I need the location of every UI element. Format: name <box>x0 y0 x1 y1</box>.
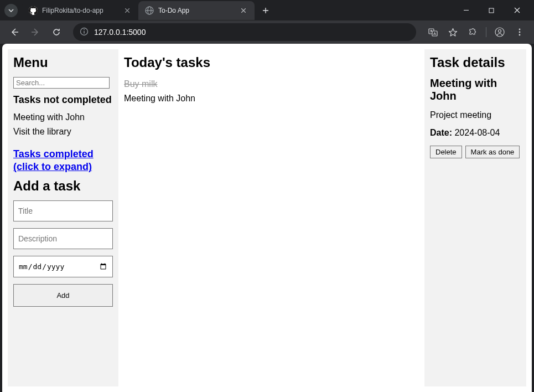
minimize-button[interactable] <box>453 2 479 19</box>
list-item[interactable]: Meeting with John <box>13 112 113 122</box>
puzzle-icon <box>468 28 477 37</box>
chevron-down-icon <box>8 7 14 14</box>
github-icon <box>29 6 38 15</box>
sidebar-right: Task details Meeting with John Project m… <box>424 49 526 386</box>
url-text: 127.0.0.1:5000 <box>94 28 146 37</box>
detail-title: Meeting with John <box>430 77 521 102</box>
svg-point-11 <box>499 30 501 33</box>
add-button[interactable]: Add <box>13 284 113 307</box>
forward-button[interactable] <box>27 23 44 41</box>
today-tasks-list: Buy milk Meeting with John <box>124 79 419 104</box>
details-heading: Task details <box>430 55 521 70</box>
back-button[interactable] <box>6 23 23 41</box>
detail-description: Project meeting <box>430 110 521 120</box>
arrow-right-icon <box>31 28 40 37</box>
maximize-button[interactable] <box>479 2 504 19</box>
svg-point-7 <box>84 29 85 30</box>
window-controls <box>453 2 530 19</box>
svg-point-14 <box>519 34 521 36</box>
plus-icon <box>262 7 269 14</box>
not-completed-heading: Tasks not completed <box>13 94 113 106</box>
minimize-icon <box>463 7 469 13</box>
reload-icon <box>52 28 61 37</box>
close-icon <box>125 8 129 13</box>
translate-icon <box>428 28 438 37</box>
close-icon <box>241 8 246 13</box>
reload-button[interactable] <box>48 23 65 41</box>
add-task-heading: Add a task <box>13 178 113 194</box>
description-field[interactable] <box>13 228 113 249</box>
today-heading: Today's tasks <box>124 55 419 70</box>
profile-button[interactable] <box>491 23 509 41</box>
browser-chrome: FilipRokita/to-do-app To-Do App <box>0 0 534 44</box>
profile-icon <box>495 27 505 37</box>
date-label: Date: <box>430 128 452 137</box>
mark-done-button[interactable]: Mark as done <box>465 146 520 158</box>
maximize-icon <box>489 8 494 13</box>
detail-date: Date: 2024-08-04 <box>430 128 521 138</box>
not-completed-list: Meeting with John Visit the library <box>13 112 113 137</box>
search-input[interactable] <box>13 77 110 89</box>
close-window-button[interactable] <box>504 2 530 19</box>
main-panel: Today's tasks Buy milk Meeting with John <box>124 49 419 386</box>
bookmark-button[interactable] <box>444 23 462 41</box>
address-bar[interactable]: 127.0.0.1:5000 <box>73 23 416 41</box>
svg-point-13 <box>519 32 521 33</box>
menu-button[interactable] <box>511 23 528 41</box>
tab-close-button[interactable] <box>123 6 132 15</box>
arrow-left-icon <box>10 28 19 37</box>
globe-icon <box>145 6 154 15</box>
translate-button[interactable] <box>424 23 442 41</box>
browser-toolbar: 127.0.0.1:5000 <box>0 20 534 44</box>
tab-close-button[interactable] <box>239 6 248 15</box>
completed-toggle[interactable]: Tasks completed (click to expand) <box>13 148 113 174</box>
toolbar-separator <box>486 27 486 37</box>
more-vertical-icon <box>515 28 524 37</box>
tab-title: To-Do App <box>158 7 235 14</box>
star-icon <box>448 28 458 37</box>
list-item[interactable]: Visit the library <box>13 127 113 137</box>
list-item[interactable]: Buy milk <box>124 79 419 89</box>
page-content: Menu Tasks not completed Meeting with Jo… <box>2 44 532 392</box>
date-field[interactable] <box>13 256 113 277</box>
extensions-button[interactable] <box>464 23 481 41</box>
new-tab-button[interactable] <box>258 3 273 18</box>
tab-todo-app[interactable]: To-Do App <box>138 1 255 20</box>
menu-heading: Menu <box>13 55 113 70</box>
tab-github[interactable]: FilipRokita/to-do-app <box>22 1 138 20</box>
detail-buttons: Delete Mark as done <box>430 146 521 158</box>
sidebar-left: Menu Tasks not completed Meeting with Jo… <box>8 49 118 386</box>
tab-search-button[interactable] <box>4 4 18 17</box>
close-icon <box>514 7 520 13</box>
title-field[interactable] <box>13 200 113 221</box>
app-layout: Menu Tasks not completed Meeting with Jo… <box>2 44 532 392</box>
info-icon[interactable] <box>80 27 89 38</box>
toolbar-actions <box>424 23 528 41</box>
add-task-form: Add <box>13 200 113 307</box>
svg-rect-4 <box>489 8 494 13</box>
tab-bar: FilipRokita/to-do-app To-Do App <box>0 0 534 20</box>
date-value: 2024-08-04 <box>454 128 500 137</box>
svg-point-12 <box>519 29 521 30</box>
delete-button[interactable]: Delete <box>430 146 462 158</box>
tab-title: FilipRokita/to-do-app <box>42 7 118 14</box>
list-item[interactable]: Meeting with John <box>124 94 419 104</box>
